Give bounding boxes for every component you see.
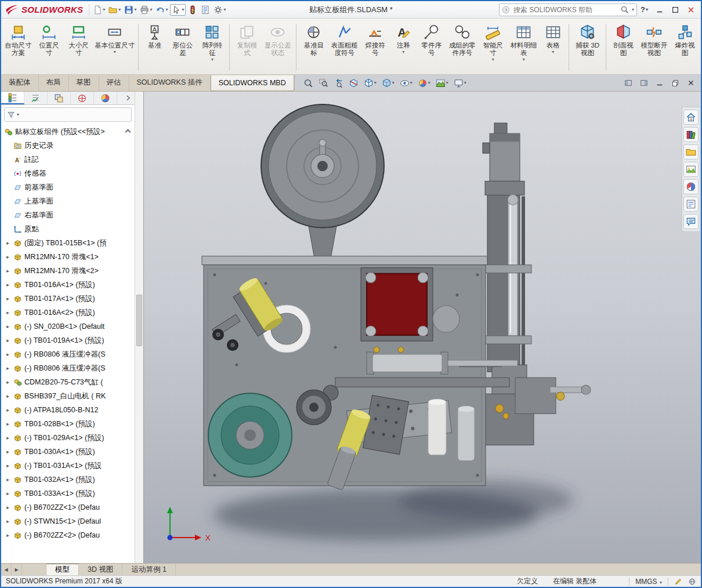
ribbon-balloon-button[interactable]: 零件序号 — [417, 20, 446, 74]
ribbon-weld-symbol-button[interactable]: 焊接符号 — [360, 20, 390, 74]
view-settings-button[interactable]: ▾ — [452, 77, 468, 89]
document-tab-0[interactable]: 模型 — [46, 564, 79, 575]
tree-root-item[interactable]: 贴标立板组件 (預設<<預設> — [1, 125, 135, 139]
tree-item[interactable]: ▸(-) RB0806 液压缓冲器(S — [1, 347, 135, 361]
tree-item[interactable]: ▸TB01-032A<1> (預設) — [1, 473, 135, 487]
display-style-button[interactable]: ▾ — [380, 77, 396, 89]
command-tab-3[interactable]: 评估 — [99, 75, 129, 91]
panel-tab-feature-manager[interactable] — [1, 92, 24, 104]
tree-item[interactable]: 历史记录 — [1, 139, 135, 153]
dock-right-button[interactable] — [639, 78, 649, 88]
tree-scrollbar[interactable] — [135, 92, 143, 563]
ribbon-section-view-button[interactable]: 剖面视图 — [609, 20, 638, 74]
ribbon-surface-finish-symbol-button[interactable]: 表面粗糙度符号 — [328, 20, 360, 74]
ribbon-auto-dimension-scheme-button[interactable]: 自动尺寸方案 — [2, 20, 34, 74]
expander-icon[interactable]: ▸ — [5, 379, 11, 385]
tree-item[interactable]: 前基準面 — [1, 180, 135, 194]
expander-icon[interactable]: ▸ — [5, 296, 11, 302]
dock-left-button[interactable] — [623, 78, 634, 88]
command-tab-0[interactable]: 装配体 — [1, 75, 39, 91]
filter-funnel-icon[interactable] — [7, 111, 15, 119]
expander-icon[interactable]: ▸ — [5, 240, 11, 246]
minimize-doc-button[interactable] — [654, 78, 665, 88]
select-button[interactable]: ▾ — [170, 4, 186, 16]
panel-tab-dimxpert-manager[interactable] — [71, 92, 94, 104]
tree-item[interactable]: ▸TB01-033A<1> (預設) — [1, 487, 135, 500]
tree-item[interactable]: ▸MR12MN-170 滑塊<1> — [1, 250, 135, 264]
expander-icon[interactable]: ▸ — [5, 504, 11, 510]
expander-icon[interactable]: ▸ — [5, 463, 11, 469]
ribbon-tables-button[interactable]: 表格▾ — [540, 20, 566, 74]
task-pane-design-library-button[interactable] — [683, 127, 699, 142]
print-button[interactable]: ▾ — [139, 4, 153, 16]
new-document-button[interactable]: ▾ — [92, 4, 106, 16]
tree-item[interactable]: ▸(-) RB0806 液压缓冲器(S — [1, 361, 135, 375]
tree-item[interactable]: ▸(固定) TB01-015B<1> (預 — [1, 236, 135, 250]
task-pane-custom-properties-button[interactable] — [683, 197, 699, 212]
task-pane-solidworks-resources-button[interactable] — [683, 110, 699, 125]
task-pane-view-palette-button[interactable] — [683, 162, 699, 177]
expander-icon[interactable]: ▸ — [5, 365, 11, 371]
expander-icon[interactable]: ▸ — [5, 282, 11, 288]
expander-icon[interactable]: ▸ — [5, 254, 11, 260]
tree-item[interactable]: ▸(-) STWN15<1> (Defaul — [1, 514, 135, 528]
tree-item[interactable]: ▸(-) B6702ZZ<1> (Defau — [1, 500, 135, 514]
panel-expand-button[interactable] — [122, 92, 135, 104]
expander-icon[interactable]: ▸ — [5, 532, 11, 538]
expander-icon[interactable]: ▸ — [5, 407, 11, 413]
edit-appearance-button[interactable]: ▾ — [416, 77, 432, 89]
document-tab-1[interactable]: 3D 视图 — [79, 564, 122, 575]
zoom-previous-button[interactable] — [332, 77, 345, 89]
scrollbar-thumb[interactable] — [136, 295, 142, 346]
tree-item[interactable]: 传感器 — [1, 166, 135, 180]
tree-item[interactable]: ▸CDM2B20-75-C73气缸 ( — [1, 375, 135, 389]
status-globe-button[interactable] — [688, 578, 696, 586]
command-tab-4[interactable]: SOLIDWORKS 插件 — [129, 75, 211, 91]
ribbon-note-button[interactable]: A注释▾ — [390, 20, 417, 74]
ribbon-model-break-view-button[interactable]: 模型断开视图 — [638, 20, 670, 74]
close-button[interactable] — [683, 3, 699, 16]
expander-icon[interactable]: ▸ — [5, 324, 11, 329]
view-orientation-button[interactable]: ▾ — [362, 77, 378, 89]
tree-item[interactable]: ▸(-) TB01-029A<1> (預設) — [1, 431, 135, 445]
expander-icon[interactable]: ▸ — [5, 518, 11, 524]
status-pencil-button[interactable] — [674, 578, 682, 586]
close-doc-button[interactable] — [686, 78, 696, 88]
label-reel[interactable] — [261, 104, 384, 265]
maximize-button[interactable] — [667, 3, 683, 16]
command-tab-5[interactable]: SOLIDWORKS MBD — [211, 75, 294, 91]
zoom-fit-button[interactable] — [302, 77, 315, 89]
apply-scene-button[interactable]: ▾ — [434, 77, 450, 89]
command-tab-1[interactable]: 布局 — [39, 75, 69, 91]
tree-item[interactable]: 原點 — [1, 222, 135, 236]
expander-icon[interactable]: ▸ — [5, 435, 11, 441]
expander-icon[interactable]: ▸ — [5, 310, 11, 315]
ribbon-smart-dimension-button[interactable]: 智能尺寸▾ — [478, 20, 508, 74]
ribbon-copy-scheme-button[interactable]: 复制模式 — [232, 20, 262, 74]
ribbon-geometric-tolerance-button[interactable]: 形位公差 — [168, 20, 197, 74]
ribbon-datum-button[interactable]: A基准 — [141, 20, 168, 74]
expander-icon[interactable]: ▸ — [5, 491, 11, 496]
tree-filter-bar[interactable]: ▾ — [4, 107, 132, 122]
graphics-viewport[interactable]: X — [143, 92, 701, 563]
plate-hole[interactable] — [433, 306, 459, 332]
tree-item[interactable]: ▸(-) B6702ZZ<2> (Defau — [1, 528, 135, 542]
tree-item[interactable]: ▸TB01-016A<1> (預設) — [1, 278, 135, 292]
rebuild-button[interactable] — [187, 4, 198, 16]
help-search-input[interactable] — [512, 5, 618, 14]
hu-section-button[interactable] — [347, 77, 360, 89]
tree-item[interactable]: ▸(-) SN_020B<1> (Default — [1, 320, 135, 333]
ribbon-bill-of-materials-button[interactable]: 材料明细表▾ — [508, 20, 540, 74]
red-fixture[interactable] — [361, 268, 433, 341]
expander-icon[interactable]: ▸ — [5, 351, 11, 357]
command-tab-2[interactable]: 草图 — [69, 75, 99, 91]
task-pane-solidworks-forum-button[interactable] — [683, 214, 699, 229]
expander-icon[interactable]: ▸ — [5, 449, 11, 455]
expander-icon[interactable]: ▸ — [5, 337, 11, 343]
tree-item[interactable]: ▸(-) TB01-019A<1> (預設) — [1, 333, 135, 347]
expander-icon[interactable]: ▸ — [5, 268, 11, 274]
open-button[interactable]: ▾ — [107, 4, 122, 16]
undo-button[interactable]: ▾ — [154, 4, 169, 16]
filter-caret-icon[interactable]: ▾ — [17, 112, 19, 117]
tree-item[interactable]: ▸TB01-028B<1> (預設) — [1, 417, 135, 431]
